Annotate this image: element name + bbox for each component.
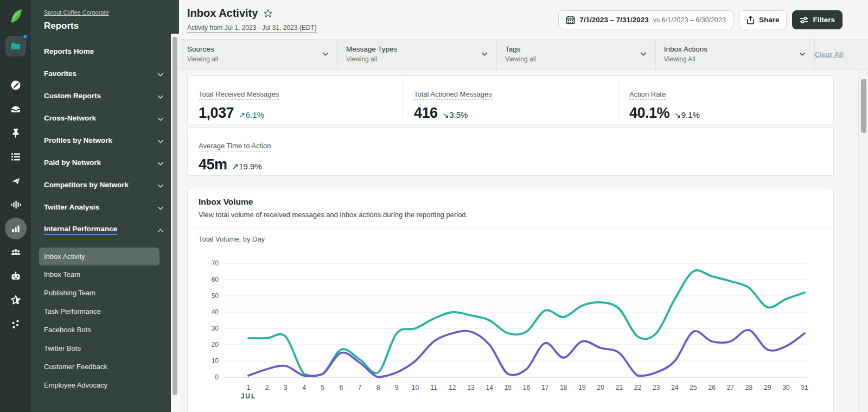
sidebar-subitem[interactable]: Inbox Activity <box>39 248 159 265</box>
svg-text:15: 15 <box>505 384 512 391</box>
sidebar-subitem[interactable]: Employee Advocacy <box>31 376 179 395</box>
filter-dropdown[interactable]: Inbox Actions Viewing All <box>656 40 815 69</box>
svg-text:17: 17 <box>541 384 549 391</box>
filters-button[interactable]: Filters <box>792 10 843 29</box>
rail-item-team[interactable] <box>0 240 31 264</box>
filters-sliders-icon <box>800 16 808 24</box>
rail-item-listening[interactable] <box>0 193 31 217</box>
sidebar-section[interactable]: Twitter Analysis <box>31 197 179 219</box>
list-icon <box>10 151 21 162</box>
rail-item-bots[interactable] <box>0 264 31 288</box>
chevron-icon <box>157 137 163 143</box>
svg-text:30: 30 <box>782 384 790 391</box>
rail-item-inbox[interactable] <box>0 97 31 121</box>
trend-arrow-icon: ↗ <box>232 162 239 171</box>
svg-text:28: 28 <box>745 384 753 391</box>
sidebar-section[interactable]: Profiles by Network <box>31 130 179 152</box>
account-link[interactable]: Sprout Coffee Corporate <box>44 9 109 16</box>
svg-text:6: 6 <box>339 384 343 391</box>
rail-item-integrations[interactable] <box>0 312 31 336</box>
rail-item-reviews[interactable] <box>0 288 31 312</box>
svg-text:22: 22 <box>634 384 642 391</box>
svg-text:10: 10 <box>212 357 219 365</box>
filter-dropdown[interactable]: Message Types Viewing all <box>338 40 497 69</box>
svg-text:9: 9 <box>395 384 399 391</box>
report-content: Total Received Messages 1,037 ↗6.1% Tota… <box>179 70 868 412</box>
svg-text:7: 7 <box>358 384 362 391</box>
report-header: Inbox Activity Activity from Jul 1, 2023… <box>179 0 868 39</box>
favorite-star-button[interactable] <box>263 9 273 18</box>
sidebar-section-label: Internal Performance <box>44 225 117 235</box>
sidebar-subitem[interactable]: Customer Feedback <box>31 358 179 376</box>
sidebar-section[interactable]: Cross-Network <box>31 107 179 130</box>
svg-text:40: 40 <box>212 308 219 316</box>
filter-dropdown[interactable]: Tags Viewing all <box>497 40 656 69</box>
filter-sublabel: Viewing all <box>346 55 489 63</box>
metric-label: Total Actioned Messages <box>414 90 492 100</box>
send-icon <box>10 175 22 187</box>
clear-all-link[interactable]: Clear All <box>815 50 843 59</box>
chevron-icon <box>157 115 163 121</box>
star-outline-icon <box>263 9 273 18</box>
folder-icon <box>10 41 21 52</box>
reviews-star-icon <box>10 294 22 306</box>
sidebar-subitem[interactable]: Task Performance <box>31 302 179 321</box>
reports-sidebar: Sprout Coffee Corporate Reports Reports … <box>31 0 179 412</box>
share-button[interactable]: Share <box>739 10 787 29</box>
filter-sublabel: Viewing All <box>664 55 807 63</box>
card-title: Inbox Volume <box>199 197 822 207</box>
metric-change: ↗6.1% <box>239 110 264 120</box>
sidebar-title: Reports <box>44 21 170 31</box>
metric-card: Average Time to Action 45m ↗19.9% <box>188 128 833 175</box>
sidebar-section[interactable]: Paid by Network <box>31 152 179 174</box>
metric-row-2: Average Time to Action 45m ↗19.9% <box>187 127 834 176</box>
sidebar-nav: Reports Home Favorites Custom Reports Cr… <box>31 41 179 241</box>
metric-value: 416 <box>414 105 438 122</box>
sidebar-subitem[interactable]: Facebook Bots <box>31 321 179 339</box>
rail-item-pinned[interactable] <box>0 121 31 145</box>
svg-text:19: 19 <box>578 384 586 391</box>
svg-text:70: 70 <box>212 259 219 267</box>
sprout-logo-icon[interactable] <box>6 7 25 26</box>
chevron-icon <box>157 181 163 187</box>
sidebar-subitem[interactable]: Twitter Bots <box>31 339 179 358</box>
sidebar-section[interactable]: Internal Performance <box>31 219 179 241</box>
sidebar-subitem[interactable]: Publishing Team <box>31 284 179 302</box>
main-scrollbar-thumb[interactable] <box>861 79 866 133</box>
trend-arrow-icon: ↘ <box>674 110 681 119</box>
svg-text:20: 20 <box>597 384 604 391</box>
inbox-tray-icon <box>10 103 22 115</box>
trend-arrow-icon: ↗ <box>239 110 246 119</box>
date-compare-label: vs 6/1/2023 – 6/30/2023 <box>653 16 726 24</box>
sidebar-section[interactable]: Custom Reports <box>31 85 179 107</box>
account-switcher[interactable] <box>5 36 26 56</box>
rail-item-dashboard[interactable] <box>0 73 31 97</box>
chevron-icon <box>157 204 163 210</box>
notification-dot <box>22 34 28 40</box>
svg-text:4: 4 <box>302 384 306 391</box>
rail-item-reports[interactable] <box>0 217 31 240</box>
svg-text:25: 25 <box>690 384 697 391</box>
metric-row-1: Total Received Messages 1,037 ↗6.1% Tota… <box>187 75 834 124</box>
sidebar-section[interactable]: Competitors by Network <box>31 174 179 197</box>
trend-arrow-icon: ↘ <box>443 110 450 119</box>
sidebar-section-label: Favorites <box>44 69 76 79</box>
sidebar-subitem[interactable]: Inbox Team <box>31 265 179 284</box>
sidebar-subnav: Inbox Activity Inbox Team Publishing Tea… <box>31 248 179 395</box>
rail-item-publishing[interactable] <box>0 169 31 193</box>
sidebar-scrollbar-thumb[interactable] <box>173 37 177 395</box>
app-rail <box>0 0 31 412</box>
chevron-icon <box>157 70 163 76</box>
filter-dropdown[interactable]: Sources Viewing all <box>179 40 338 69</box>
sidebar-section[interactable]: Favorites <box>31 63 179 85</box>
rail-item-tasks[interactable] <box>0 145 31 169</box>
svg-text:10: 10 <box>412 384 419 391</box>
metric-card: Action Rate 40.1% ↘9.1% <box>618 76 833 124</box>
gauge-icon <box>10 79 22 91</box>
svg-text:14: 14 <box>486 384 493 391</box>
date-range-button[interactable]: 7/1/2023 – 7/31/2023 vs 6/1/2023 – 6/30/… <box>558 10 733 29</box>
sidebar-section[interactable]: Reports Home <box>31 41 179 63</box>
metric-value: 40.1% <box>629 105 669 122</box>
listening-waveform-icon <box>10 199 22 211</box>
svg-text:5: 5 <box>321 384 324 391</box>
